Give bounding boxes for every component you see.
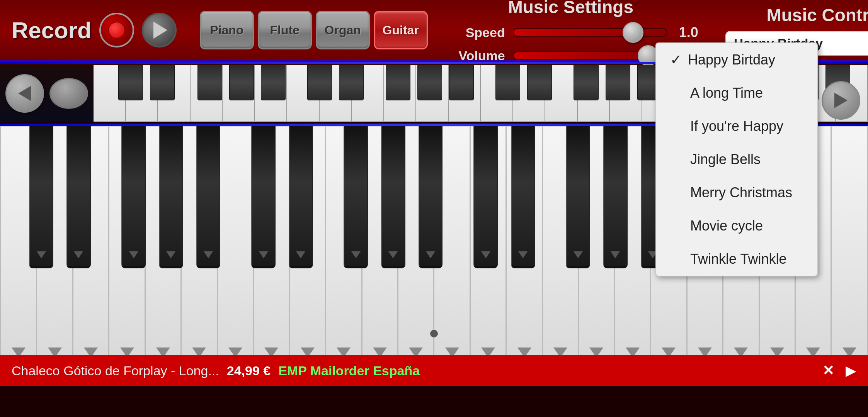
scroll-indicator (430, 330, 438, 337)
mini-black-key-12[interactable] (527, 65, 552, 100)
speed-slider-row: Speed 1.0 (443, 24, 698, 41)
scroll-left-button[interactable] (5, 74, 44, 113)
play-triangle-icon (153, 22, 167, 39)
mini-black-key-10[interactable] (449, 65, 474, 100)
mini-black-key-14[interactable] (606, 65, 630, 100)
black-key-10[interactable] (419, 126, 443, 268)
black-key-14[interactable] (603, 126, 628, 268)
mini-black-key-11[interactable] (495, 65, 520, 100)
app: Record Piano Flute Organ Guitar Music Se… (0, 0, 868, 386)
black-key-11[interactable] (473, 126, 498, 268)
song-item-a-long-time[interactable]: A long Time (656, 76, 817, 110)
instruments: Piano Flute Organ Guitar (200, 11, 428, 49)
speed-thumb[interactable] (623, 22, 643, 43)
white-key-24[interactable] (832, 126, 868, 371)
mini-black-key-13[interactable] (574, 65, 598, 100)
piano-button[interactable]: Piano (200, 11, 254, 49)
play-button[interactable] (142, 13, 177, 47)
song-item-movie-cycle[interactable]: Movie cycle (656, 209, 817, 242)
black-key-4[interactable] (159, 126, 183, 268)
black-key-9[interactable] (381, 126, 405, 268)
ad-close-button[interactable]: ✕ (822, 363, 834, 379)
mini-black-key-2[interactable] (150, 65, 175, 100)
song-item-twinkle-twinkle[interactable]: Twinkle Twinkle (656, 242, 817, 276)
ad-bar: Chaleco Gótico de Forplay - Long... 24,9… (0, 355, 868, 386)
ad-text: Chaleco Gótico de Forplay - Long... (12, 363, 219, 378)
record-label: Record (12, 17, 92, 44)
black-key-5[interactable] (196, 126, 221, 268)
guitar-button[interactable]: Guitar (374, 11, 428, 49)
song-item-merry-christmas[interactable]: Merry Christmas (656, 176, 817, 209)
black-key-1[interactable] (29, 126, 53, 268)
record-section: Record (12, 13, 177, 47)
mini-black-key-9[interactable] (417, 65, 442, 100)
flute-button[interactable]: Flute (258, 11, 312, 49)
left-arrow-icon (18, 86, 31, 101)
mini-black-key-6[interactable] (307, 65, 332, 100)
music-settings-title: Music Settings (508, 0, 633, 17)
mini-black-key-1[interactable] (118, 65, 143, 100)
black-key-12[interactable] (511, 126, 535, 268)
black-key-3[interactable] (121, 126, 146, 268)
song-item-if-youre-happy[interactable]: If you're Happy (656, 110, 817, 143)
song-item-jingle-bells[interactable]: Jingle Bells (656, 143, 817, 176)
black-key-2[interactable] (66, 126, 91, 268)
black-key-8[interactable] (344, 126, 368, 268)
volume-slider[interactable] (513, 51, 667, 60)
key-selector-knob[interactable] (49, 78, 88, 109)
white-key-7[interactable] (218, 126, 254, 371)
organ-button[interactable]: Organ (316, 11, 370, 49)
mini-black-key-8[interactable] (386, 65, 410, 100)
record-button[interactable] (99, 13, 134, 47)
mini-black-key-4[interactable] (229, 65, 254, 100)
music-control-title: Music Control (766, 5, 868, 25)
speed-label: Speed (443, 25, 505, 40)
speed-value: 1.0 (675, 24, 698, 41)
black-key-13[interactable] (566, 126, 590, 268)
volume-label: Volume (443, 48, 505, 63)
speed-slider[interactable] (513, 28, 667, 37)
black-key-7[interactable] (289, 126, 313, 268)
ad-vendor: EMP Mailorder España (278, 363, 420, 378)
mini-black-key-5[interactable] (261, 65, 286, 100)
mini-black-key-7[interactable] (339, 65, 364, 100)
mini-black-key-3[interactable] (197, 65, 222, 100)
black-key-6[interactable] (251, 126, 276, 268)
right-arrow-icon (834, 93, 848, 108)
ad-expand-button[interactable]: ▶ (846, 363, 856, 379)
scroll-right-button[interactable] (822, 81, 860, 120)
song-item-happy-birthday[interactable]: Happy Birtday (656, 43, 817, 76)
dropdown-menu: Happy Birtday A long Time If you're Happ… (655, 42, 818, 276)
record-dot-icon (108, 22, 125, 39)
ad-price: 24,99 € (227, 363, 271, 378)
